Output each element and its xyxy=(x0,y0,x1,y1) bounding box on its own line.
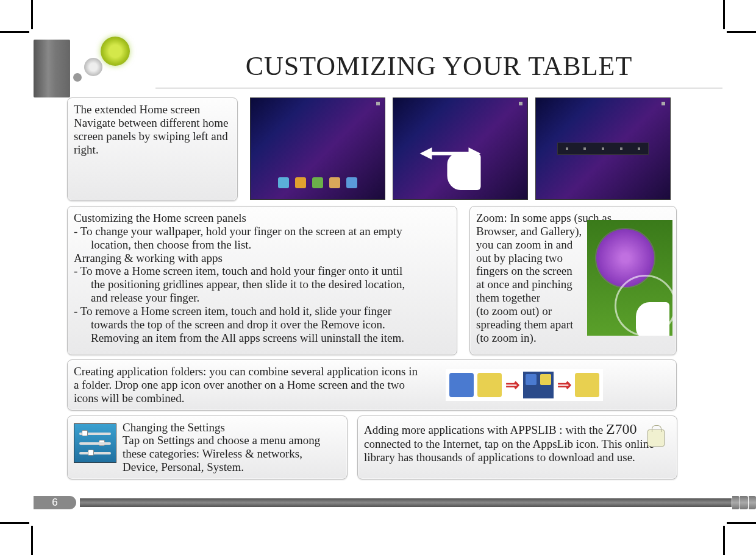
header-side-bar-graphic xyxy=(34,40,70,97)
crop-mark xyxy=(723,0,725,29)
folders-text: Creating application folders: you can co… xyxy=(74,365,421,405)
crop-mark xyxy=(727,31,756,33)
zoom-line7: them together xyxy=(476,291,580,305)
row-extended-home: The extended Home screen Navigate betwee… xyxy=(67,97,722,201)
zoom-line9: spreading them apart xyxy=(476,318,580,331)
home-screen-screenshots xyxy=(250,97,671,201)
customizing-remove: - To remove a Home screen item, touch an… xyxy=(74,305,451,318)
gear-icon-large xyxy=(101,37,130,66)
crop-mark xyxy=(31,0,33,29)
screenshot-home-widget xyxy=(535,97,671,200)
screenshot-home-default xyxy=(250,97,385,200)
pinch-gesture-icon xyxy=(636,302,669,336)
box-folders: Creating application folders: you can co… xyxy=(67,359,677,411)
customizing-move: - To move a Home screen item, touch and … xyxy=(74,264,451,278)
crop-mark xyxy=(727,522,756,524)
page-number: 6 xyxy=(34,496,76,509)
folder-combined-icon xyxy=(523,372,554,398)
app-icon xyxy=(449,373,474,397)
arranging-heading: Arranging & working with apps xyxy=(74,252,451,265)
crop-mark xyxy=(723,526,725,555)
zoom-line10: (to zoom in). xyxy=(476,331,580,345)
box-extended-home: The extended Home screen Navigate betwee… xyxy=(67,97,238,201)
app-icon xyxy=(477,373,502,397)
box-appslib: Adding more applications with APPSLIB : … xyxy=(357,415,677,479)
screenshot-home-swipe xyxy=(393,97,528,200)
footer-bar-graphic xyxy=(80,498,732,507)
customizing-wallpaper: - To change your wallpaper, hold your fi… xyxy=(74,225,451,238)
customizing-move-cont2: and release your finger. xyxy=(74,291,451,305)
customizing-wallpaper-cont: location, then choose from the list. xyxy=(74,238,451,252)
crop-mark xyxy=(0,31,29,33)
extended-home-body: Navigate between different home screen p… xyxy=(74,116,231,157)
zoom-example-image xyxy=(587,220,672,336)
appslib-lead: Adding more applications with APPSLIB : … xyxy=(364,423,606,436)
customizing-move-cont1: the positioning gridlines appear, then s… xyxy=(74,278,451,291)
box-zoom: Zoom: In some apps (such as Browser, and… xyxy=(469,206,677,355)
crop-mark xyxy=(31,526,33,555)
appslib-icon xyxy=(647,430,665,447)
extended-home-heading: The extended Home screen xyxy=(74,103,231,116)
crop-mark xyxy=(0,522,29,524)
page-title: CUSTOMIZING YOUR TABLET xyxy=(155,51,722,88)
appslib-body: connected to the Internet, tap on the Ap… xyxy=(364,437,654,464)
customizing-heading: Customizing the Home screen panels xyxy=(74,211,451,225)
settings-body: Tap on Settings and choose a menu among … xyxy=(123,434,341,474)
page-footer: 6 xyxy=(34,496,756,509)
box-customizing-home: Customizing the Home screen panels - To … xyxy=(67,206,457,355)
arrow-right-icon: ⇒ xyxy=(557,375,571,395)
box-settings: Changing the Settings Tap on Settings an… xyxy=(67,415,348,479)
page-header: CUSTOMIZING YOUR TABLET xyxy=(34,40,722,97)
swipe-gesture-icon xyxy=(441,138,496,193)
customizing-remove-cont1: towards the top of the screen and drop i… xyxy=(74,318,451,331)
content-area: The extended Home screen Navigate betwee… xyxy=(34,97,722,479)
zoom-line8: (to zoom out) or xyxy=(476,305,580,318)
footer-tabs-graphic xyxy=(732,496,756,509)
row-customizing-zoom: Customizing the Home screen panels - To … xyxy=(67,206,722,355)
row-folders: Creating application folders: you can co… xyxy=(67,359,722,411)
gear-decoration xyxy=(67,37,159,94)
row-settings-appslib: Changing the Settings Tap on Settings an… xyxy=(67,415,722,479)
zoom-line6: at once and pinching xyxy=(476,278,580,291)
zoom-line5: fingers on the screen xyxy=(476,264,580,278)
arrow-right-icon: ⇒ xyxy=(505,375,519,395)
page-content: CUSTOMIZING YOUR TABLET The extended Hom… xyxy=(34,40,722,479)
settings-heading: Changing the Settings xyxy=(123,421,341,434)
zoom-line4: out by placing two xyxy=(476,252,580,265)
folder-creation-diagram: ⇒ ⇒ xyxy=(446,369,603,401)
folder-final-icon xyxy=(575,373,599,397)
customizing-remove-cont2: Removing an item from the All apps scree… xyxy=(74,331,451,345)
zoom-line3: you can zoom in and xyxy=(476,238,580,252)
settings-icon xyxy=(74,423,116,463)
gear-icon-tiny xyxy=(73,73,82,82)
device-model: Z700 xyxy=(606,421,637,437)
gear-icon-small xyxy=(84,58,102,76)
